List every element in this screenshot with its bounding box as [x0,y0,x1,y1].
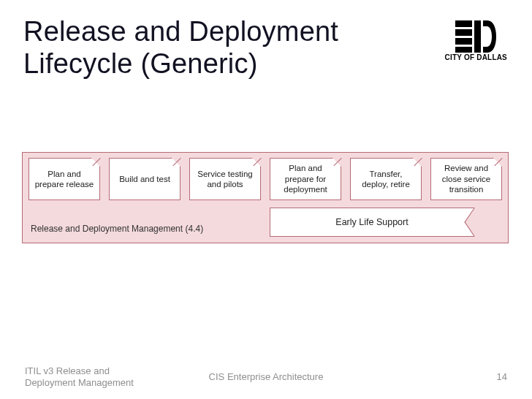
title-line-2: Lifecycle (Generic) [23,48,258,79]
title-line-1: Release and Deployment [23,16,338,47]
svg-rect-2 [455,38,472,45]
city-of-dallas-logo-icon [455,20,496,53]
logo-block: CITY OF DALLAS [445,16,509,61]
phase-box: Service testing and pilots [189,158,261,200]
early-life-support-box: Early Life Support [270,208,474,237]
footer-left-line2: Deployment Management [25,377,134,388]
svg-rect-4 [474,20,481,53]
phase-label: Review and close service transition [436,163,497,194]
phase-label: Plan and prepare release [34,169,95,190]
slide-header: Release and Deployment Lifecycle (Generi… [23,16,509,80]
svg-rect-1 [455,29,472,36]
slide-title: Release and Deployment Lifecycle (Generi… [23,16,338,80]
phase-label: Plan and prepare for deployment [275,163,336,194]
footer-center: CIS Enterprise Architecture [209,371,324,382]
phase-row: Plan and prepare release Build and test … [23,158,508,200]
footer-left-line1: ITIL v3 Release and [25,365,110,376]
phase-box: Build and test [109,158,180,200]
notch-line [465,208,475,222]
phase-label: Service testing and pilots [194,169,256,190]
section-label: Release and Deployment Management (4.4) [31,224,203,234]
footer-left: ITIL v3 Release and Deployment Managemen… [25,365,134,390]
phase-label: Transfer, deploy, retire [355,169,417,190]
phase-box: Review and close service transition [430,158,502,200]
phase-label: Build and test [119,174,170,184]
phase-box: Plan and prepare release [28,158,100,200]
logo-caption: CITY OF DALLAS [445,53,507,61]
phase-box: Transfer, deploy, retire [350,158,422,200]
notch-line [465,222,475,237]
svg-rect-3 [455,47,472,53]
lifecycle-diagram: Plan and prepare release Build and test … [22,152,509,243]
phase-box: Plan and prepare for deployment [270,158,341,200]
slide-footer: ITIL v3 Release and Deployment Managemen… [0,365,532,390]
early-life-label: Early Life Support [335,217,408,227]
page-number: 14 [497,371,507,382]
svg-rect-0 [455,20,472,27]
slide: Release and Deployment Lifecycle (Generi… [0,0,532,399]
